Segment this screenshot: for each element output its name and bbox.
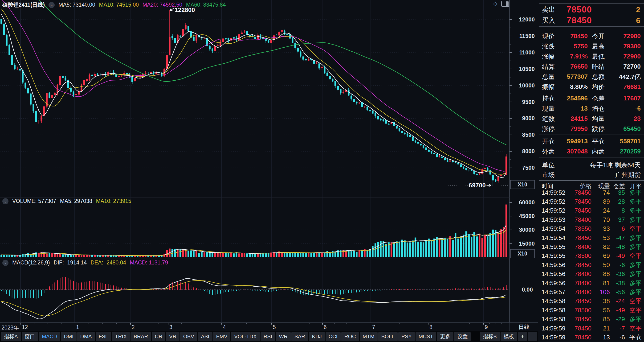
market-row: 市场 广州期货 — [539, 170, 644, 180]
macd-name: MACD(12,26,9) — [12, 259, 50, 266]
market-value: 广州期货 — [568, 171, 641, 179]
zoom-out-button[interactable]: - — [528, 332, 537, 341]
indicator-tab-VOL-TDX[interactable]: VOL-TDX — [231, 332, 260, 341]
ask-row[interactable]: 卖出 78500 2 — [539, 4, 644, 15]
indicator-tab-DMI[interactable]: DMI — [61, 332, 76, 341]
indicator-tab-PSY[interactable]: PSY — [398, 332, 415, 341]
stat-value: 307048 — [566, 148, 588, 155]
indicator-tab-EMV[interactable]: EMV — [213, 332, 230, 341]
tape-row: 14:59:527845024-8多平 — [539, 206, 644, 215]
tape-row: 14:59:587845085-29多平 — [539, 315, 644, 324]
indicator-tab-CCI[interactable]: CCI — [326, 332, 340, 341]
main-chart-header: 碳酸锂2411(日线) ⌄ MA5: 73140.00 MA10: 74515.… — [2, 1, 226, 9]
divider — [539, 135, 644, 135]
indicator-tab-ASI[interactable]: ASI — [198, 332, 212, 341]
indicator-tab-BRAR[interactable]: BRAR — [130, 332, 151, 341]
tape-row: 14:59:527845089-28多平 — [539, 197, 644, 206]
split-panel-icon[interactable] — [501, 1, 509, 7]
market-label: 市场 — [542, 171, 568, 179]
ma10-value: MA10: 74515.00 — [99, 2, 139, 8]
zoom-in-button[interactable]: + — [518, 332, 527, 341]
stat-value: 8.80% — [566, 83, 588, 91]
stat-value: 254596 — [566, 95, 588, 102]
indicator-tab-MTM[interactable]: MTM — [360, 332, 378, 341]
stat-label: 最低 — [592, 52, 616, 61]
stat-label: 结算 — [542, 63, 566, 71]
indicator-tab-FSL[interactable]: FSL — [96, 332, 111, 341]
chart-region[interactable]: 碳酸锂2411(日线) ⌄ MA5: 73140.00 MA10: 74515.… — [0, 0, 538, 342]
indicator-tab-更多[interactable]: 更多 — [437, 332, 454, 341]
indicator-tab-SAR[interactable]: SAR — [292, 332, 308, 341]
toolbar-button-模板[interactable]: 模板 — [500, 332, 517, 341]
stat-row: 涨跌5750最高79300 — [539, 41, 644, 51]
open-close-stats-section: 开仓594913平仓559701外盘307048内盘270259 — [539, 136, 644, 157]
stat-row: 外盘307048内盘270259 — [539, 146, 644, 157]
month-label: 8 — [430, 324, 432, 330]
unit-label: 单位 — [542, 161, 568, 169]
month-label: 2 — [132, 324, 135, 330]
stat-value: 65450 — [616, 125, 641, 132]
indicator-tab-指标A[interactable]: 指标A — [1, 332, 21, 341]
ma-line — [2, 14, 506, 177]
stat-label: 涨幅 — [542, 52, 566, 61]
stat-row: 涨幅7.91%最低72900 — [539, 51, 644, 62]
indicator-tab-设置[interactable]: 设置 — [454, 332, 471, 341]
indicator-tab-WR[interactable]: WR — [276, 332, 291, 341]
indicator-tab-VR[interactable]: VR — [166, 332, 180, 341]
x-tick — [130, 323, 131, 324]
stat-value: 72900 — [616, 53, 641, 60]
indicator-tab-ROC[interactable]: ROC — [341, 332, 359, 341]
ask-qty: 2 — [636, 6, 640, 14]
indicator-tab-MCST[interactable]: MCST — [416, 332, 436, 341]
stat-value: 559701 — [616, 138, 641, 145]
svg-text:9000: 9000 — [522, 115, 535, 121]
svg-text:X10: X10 — [518, 250, 528, 257]
contract-info-section: 单位 每手1吨 剩余64天 市场 广州期货 — [539, 160, 644, 180]
stat-row: 开仓594913平仓559701 — [539, 136, 644, 146]
diamond-icon[interactable]: ◇ — [493, 1, 498, 7]
stat-row: 总量577307总额442.7亿 — [539, 72, 644, 82]
annotations: 12280069700 — [170, 6, 508, 189]
indicator-tab-BOLL[interactable]: BOLL — [378, 332, 398, 341]
bid-row[interactable]: 买入 78450 6 — [539, 15, 644, 26]
symbol-title: 碳酸锂2411(日线) — [2, 1, 45, 9]
time-sales-list[interactable]: 14:59:527845074-35多平14:59:527845089-28多平… — [539, 188, 644, 342]
chart-canvas[interactable]: 1200011500110001050010000950090008500800… — [0, 0, 538, 322]
svg-text:10000: 10000 — [519, 82, 535, 89]
volume-ma5-value: MA5: 297038 — [60, 198, 92, 204]
indicator-tab-MACD[interactable]: MACD — [39, 332, 60, 341]
macd-histogram — [2, 277, 506, 299]
month-label: 9 — [485, 324, 488, 330]
stat-value: 270259 — [616, 148, 641, 155]
toolbar-button-指标B[interactable]: 指标B — [480, 332, 500, 341]
svg-text:8500: 8500 — [522, 132, 535, 138]
indicator-tab-DMA[interactable]: DMA — [77, 332, 95, 341]
ask-price: 78500 — [566, 5, 603, 15]
stat-value: 13 — [566, 105, 588, 112]
chevron-down-icon[interactable]: ⌄ — [2, 260, 8, 266]
stat-label: 持仓 — [542, 94, 566, 103]
svg-text:45000: 45000 — [519, 213, 535, 219]
indicator-tab-CR[interactable]: CR — [152, 332, 165, 341]
macd-pane-header: ⌄ MACD(12,26,9) DIF: -1914.14 DEA: -2480… — [2, 259, 168, 266]
stat-value: 594913 — [566, 138, 588, 145]
svg-text:7500: 7500 — [522, 165, 535, 171]
month-label: 6 — [324, 324, 327, 330]
indicator-tab-OBV[interactable]: OBV — [180, 332, 197, 341]
svg-text:60000: 60000 — [519, 199, 535, 206]
stat-label: 总额 — [592, 73, 616, 81]
svg-text:11500: 11500 — [520, 33, 535, 39]
indicator-tab-RSI[interactable]: RSI — [260, 332, 275, 341]
period-selector[interactable]: 日线 — [510, 323, 538, 331]
indicator-tab-窗口[interactable]: 窗口 — [22, 332, 38, 341]
indicator-tab-KDJ[interactable]: KDJ — [309, 332, 325, 341]
svg-text:11000: 11000 — [520, 49, 535, 56]
stat-label: 仓差 — [592, 94, 616, 103]
stat-label: 总量 — [542, 73, 566, 81]
chevron-down-icon[interactable]: ⌄ — [48, 2, 55, 8]
indicator-tab-TRIX[interactable]: TRIX — [112, 332, 130, 341]
chevron-down-icon[interactable]: ⌄ — [2, 198, 8, 204]
stat-value: 78450 — [566, 33, 588, 40]
stat-label: 涨跌 — [542, 42, 566, 51]
stat-value: 24115 — [566, 115, 588, 122]
